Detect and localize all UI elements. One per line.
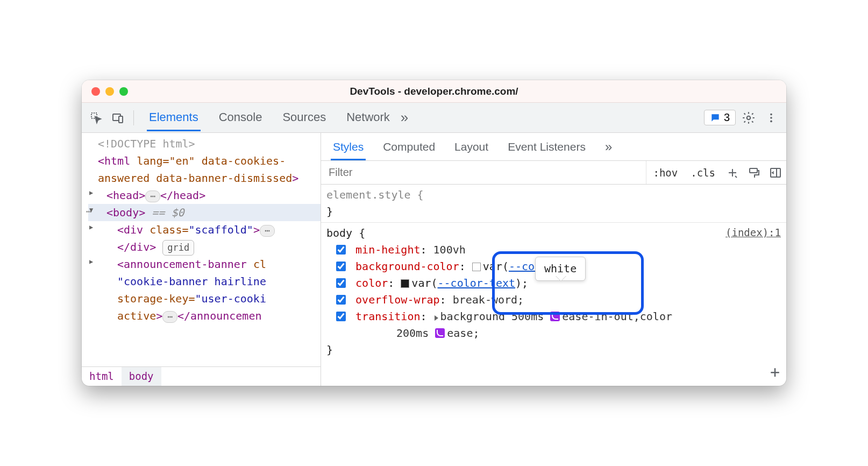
css-var-link[interactable]: --color-text [438, 277, 516, 290]
svg-point-4 [770, 113, 772, 115]
tab-computed[interactable]: Computed [381, 137, 437, 160]
rule-close: } [326, 342, 781, 358]
toggle-sidebar-icon[interactable] [765, 162, 786, 183]
svg-point-5 [770, 117, 772, 119]
breadcrumb: html body [82, 366, 321, 386]
ellipsis-icon[interactable]: ⋯ [260, 225, 275, 237]
svg-point-6 [770, 120, 772, 122]
zoom-window-button[interactable] [119, 87, 128, 96]
close-window-button[interactable] [91, 87, 100, 96]
minimize-window-button[interactable] [105, 87, 114, 96]
styles-filter-bar: :hov .cls [321, 161, 786, 185]
ellipsis-icon[interactable]: ⋯ [145, 190, 160, 202]
tab-styles[interactable]: Styles [331, 137, 366, 160]
expand-shorthand-icon[interactable] [435, 315, 438, 321]
head-node[interactable]: ▶<head>⋯</head> [88, 187, 321, 204]
decl-transition[interactable]: transition: background 500ms ease-in-out… [326, 308, 781, 342]
svg-rect-7 [750, 168, 757, 173]
tab-layout[interactable]: Layout [452, 137, 490, 160]
svg-rect-2 [119, 116, 123, 123]
tab-network[interactable]: Network [344, 104, 392, 131]
div-scaffold-node[interactable]: ▶<div class="scaffold">⋯</div> grid [88, 221, 321, 256]
tooltip-text: white [544, 262, 577, 275]
tab-event-listeners[interactable]: Event Listeners [506, 137, 588, 160]
tab-console[interactable]: Console [217, 104, 265, 131]
expand-icon[interactable]: ▶ [89, 257, 93, 267]
decl-min-height[interactable]: min-height: 100vh [326, 242, 781, 258]
expand-icon[interactable]: ▶ [89, 222, 93, 232]
breadcrumb-body[interactable]: body [122, 367, 161, 386]
devtools-window: DevTools - developer.chrome.com/ Element… [82, 80, 786, 386]
main-toolbar: Elements Console Sources Network » 3 [82, 103, 786, 133]
rule-close: } [326, 203, 781, 220]
more-menu-icon[interactable] [762, 108, 781, 128]
svg-point-3 [747, 116, 751, 119]
tab-elements[interactable]: Elements [147, 104, 201, 131]
main-tabs: Elements Console Sources Network [147, 104, 392, 131]
decl-overflow-wrap[interactable]: overflow-wrap: break-word; [326, 292, 781, 308]
color-swatch-icon[interactable] [472, 263, 481, 271]
announcement-banner-node[interactable]: ▶<announcement-banner cl"cookie-banner h… [88, 256, 321, 324]
decl-toggle[interactable] [336, 245, 346, 255]
subtabs-overflow-button[interactable]: » [603, 137, 614, 160]
doctype-node[interactable]: <!DOCTYPE html> [98, 137, 195, 150]
toolbar-divider [133, 110, 134, 125]
decl-toggle[interactable] [336, 262, 346, 271]
decl-toggle[interactable] [336, 278, 346, 288]
window-title: DevTools - developer.chrome.com/ [82, 86, 786, 97]
color-swatch-icon[interactable] [401, 279, 409, 288]
sidebar-tabs: Styles Computed Layout Event Listeners » [321, 133, 786, 161]
body-node-selected[interactable]: ⋯▼<body> == $0 [88, 204, 321, 221]
paint-format-icon[interactable] [743, 162, 765, 183]
grid-badge[interactable]: grid [162, 240, 194, 256]
decl-toggle[interactable] [336, 312, 346, 321]
html-node[interactable]: <html lang="en" data-cookies-answered da… [88, 152, 321, 187]
styles-filter-input[interactable] [321, 161, 646, 184]
tab-sources[interactable]: Sources [280, 104, 328, 131]
inspect-element-icon[interactable] [87, 109, 105, 127]
device-toolbar-icon[interactable] [109, 109, 127, 127]
body-rule-header[interactable]: (index):1 body { [326, 225, 781, 242]
issues-count: 3 [724, 111, 730, 124]
collapse-icon[interactable]: ▼ [89, 205, 93, 215]
issues-badge[interactable]: 3 [704, 110, 736, 125]
new-style-rule-icon[interactable] [722, 162, 743, 183]
add-declaration-button[interactable]: + [770, 360, 780, 385]
dom-tree[interactable]: <!DOCTYPE html> <html lang="en" data-coo… [82, 133, 321, 366]
element-style-selector[interactable]: element.style { [326, 187, 781, 203]
breadcrumb-html[interactable]: html [82, 367, 122, 386]
tabs-overflow-button[interactable]: » [401, 109, 408, 126]
hov-toggle[interactable]: :hov [646, 164, 684, 182]
cubic-bezier-icon[interactable] [435, 328, 445, 338]
var-value-tooltip: white [535, 257, 586, 281]
settings-icon[interactable] [739, 108, 758, 128]
cls-toggle[interactable]: .cls [684, 164, 722, 182]
dollar-zero-label: == $0 [152, 206, 184, 219]
traffic-lights [91, 87, 128, 96]
decl-toggle[interactable] [336, 295, 346, 305]
cubic-bezier-icon[interactable] [550, 312, 560, 321]
titlebar: DevTools - developer.chrome.com/ [82, 80, 786, 103]
expand-icon[interactable]: ▶ [89, 188, 93, 198]
ellipsis-icon[interactable]: ⋯ [162, 311, 177, 323]
elements-panel: <!DOCTYPE html> <html lang="en" data-coo… [82, 133, 321, 386]
styles-panel: Styles Computed Layout Event Listeners »… [321, 133, 786, 386]
main-split: <!DOCTYPE html> <html lang="en" data-coo… [82, 133, 786, 386]
style-rules[interactable]: element.style { } (index):1 body { min-h… [321, 185, 786, 386]
source-link[interactable]: (index):1 [725, 225, 781, 241]
